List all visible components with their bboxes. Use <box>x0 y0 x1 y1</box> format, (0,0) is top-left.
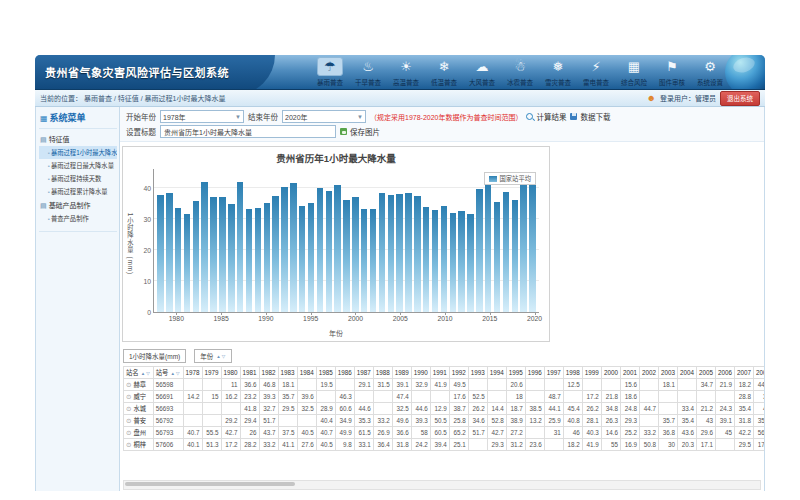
year-header-1978: 1978 <box>183 367 202 379</box>
nav-item-hail[interactable]: ☃冰雹普查 <box>501 57 539 87</box>
nav-item-risk[interactable]: ▦综合风险 <box>615 57 653 87</box>
row-select-icon[interactable]: ⊙ <box>126 405 131 412</box>
nav-item-wind[interactable]: ☁大风普查 <box>463 57 501 87</box>
leaf-icon: ▪ <box>48 150 50 156</box>
set-title-label: 设置标题 <box>126 126 156 137</box>
row-select-icon[interactable]: ⊙ <box>126 393 131 400</box>
row-select-icon[interactable]: ⊙ <box>126 441 131 448</box>
nav-item-settings[interactable]: ⚙系统设置 <box>691 57 729 87</box>
nav-item-hightemp[interactable]: ☀高温普查 <box>387 57 425 87</box>
nav-item-snow[interactable]: ❅雪灾普查 <box>539 57 577 87</box>
tree-group-特征值[interactable]: ▤特征值 <box>39 132 117 146</box>
value-cell-威宁-2001: 18.6 <box>620 391 639 403</box>
sidebar-item-暴雨过程累计降水量[interactable]: ▪暴雨过程累计降水量 <box>39 185 117 198</box>
value-cell-桐梓-1982: 33.2 <box>259 439 278 451</box>
chart-title-input[interactable]: 贵州省历年1小时最大降水量 <box>160 125 336 138</box>
sidebar-item-普查产品制作[interactable]: ▪普查产品制作 <box>39 212 117 225</box>
query-toolbar: 开始年份 1978年▼ 结束年份 2020年▼ （规定采用1978-2020年数… <box>120 107 764 142</box>
nav-item-lightning[interactable]: ⚡雷电普查 <box>577 57 615 87</box>
value-cell-盘州-1981: 26 <box>240 427 259 439</box>
station-name-cell: ⊙水城 <box>124 403 154 415</box>
value-cell-普安-1990: 39.3 <box>411 415 430 427</box>
tree-group-基础产品制作[interactable]: ▤基础产品制作 <box>39 198 117 212</box>
value-cell-威宁-1994 <box>487 391 506 403</box>
sort-arrows-icon: ▲▽ <box>216 354 226 359</box>
save-image-button[interactable]: 保存图片 <box>340 126 380 137</box>
nav-item-drought[interactable]: ♨干旱普查 <box>349 57 387 87</box>
value-cell-水城-2008: 47 <box>754 403 765 415</box>
value-cell-桐梓-1994: 29.3 <box>487 439 506 451</box>
value-cell-盘州-1992: 65.2 <box>449 427 468 439</box>
measure-filter[interactable]: 1小时降水量(mm) <box>123 349 186 363</box>
nav-item-mapaudit[interactable]: ⚑图件审核 <box>653 57 691 87</box>
end-year-label: 结束年份 <box>248 111 278 122</box>
value-cell-桐梓-2004: 20.3 <box>677 439 696 451</box>
value-cell-桐梓-1983: 41.1 <box>278 439 297 451</box>
sidebar-item-暴雨过程持续天数[interactable]: ▪暴雨过程持续天数 <box>39 172 117 185</box>
bar-1996 <box>317 188 323 312</box>
year-header-1995: 1995 <box>506 367 525 379</box>
chart-panel: 贵州省历年1小时最大降水量 1小时降水量 (mm) 01020304019801… <box>122 146 550 342</box>
bar-2014 <box>476 189 482 312</box>
year-sort-control[interactable]: 年份 ▲▽ <box>194 349 232 363</box>
tree-label: 特征值 <box>49 136 70 143</box>
bar-1988 <box>246 209 252 312</box>
bar-2016 <box>494 202 500 312</box>
value-cell-普安-1989: 49.6 <box>392 415 411 427</box>
bar-1992 <box>281 187 287 312</box>
value-cell-桐梓-2007: 29.5 <box>734 439 753 451</box>
data-table-container[interactable]: 站名 ▲▽站号 ▲▽197819791980198119821983198419… <box>123 366 764 478</box>
value-cell-水城-1992: 38.7 <box>449 403 468 415</box>
value-cell-威宁-1997: 48.7 <box>544 391 563 403</box>
start-year-label: 开始年份 <box>126 111 156 122</box>
row-select-icon[interactable]: ⊙ <box>126 429 131 436</box>
value-cell-盘州-1988: 26.9 <box>373 427 392 439</box>
nav-item-rainstorm[interactable]: ☂暴雨普查 <box>311 57 349 87</box>
calculate-button[interactable]: 计算结果 <box>526 111 566 122</box>
bar-1995 <box>308 203 314 312</box>
year-header-1998: 1998 <box>563 367 582 379</box>
nav-item-label: 低温普查 <box>425 77 463 87</box>
data-download-button[interactable]: 数据下载 <box>570 111 610 122</box>
value-cell-盘州-1979: 55.5 <box>202 427 221 439</box>
station-name-header[interactable]: 站名 ▲▽ <box>124 367 154 379</box>
chart-legend: 国家站平均 <box>484 172 536 185</box>
sidebar-item-暴雨过程日最大降水量[interactable]: ▪暴雨过程日最大降水量 <box>39 159 117 172</box>
value-cell-赫章-2003: 18.1 <box>658 379 677 391</box>
bar-2002 <box>370 209 376 312</box>
hail-icon: ☃ <box>507 57 533 76</box>
sidebar-item-暴雨过程1小时最大降水量[interactable]: ▪暴雨过程1小时最大降水量 <box>39 146 117 159</box>
bar-1998 <box>334 185 340 312</box>
bar-2003 <box>379 193 385 312</box>
value-cell-桐梓-1979: 51.3 <box>202 439 221 451</box>
value-cell-普安-1981: 29.4 <box>240 415 259 427</box>
person-icon: ☻ <box>647 94 656 103</box>
sub-bar: 当前的位置： 暴雨普查 / 特征值 / 暴雨过程1小时最大降水量 ☻ 登录用户：… <box>35 90 765 107</box>
value-cell-赫章-2005: 34.7 <box>696 379 715 391</box>
year-header-1999: 1999 <box>582 367 601 379</box>
value-cell-桐梓-2006 <box>715 439 734 451</box>
row-select-icon[interactable]: ⊙ <box>126 417 131 424</box>
folder-icon: ▤ <box>40 202 47 209</box>
scrollbar-thumb[interactable] <box>125 482 295 486</box>
end-year-select[interactable]: 2020年▼ <box>282 110 366 123</box>
logout-button[interactable]: 退出系统 <box>720 91 760 106</box>
station-id-header[interactable]: 站号 ▲▽ <box>153 367 183 379</box>
nav-item-label: 大风普查 <box>463 77 501 87</box>
value-cell-桐梓-1989: 31.8 <box>392 439 411 451</box>
value-cell-桐梓-1998: 18.2 <box>563 439 582 451</box>
bar-2020 <box>529 182 535 312</box>
header-label: 站名 <box>126 369 139 376</box>
value-cell-普安-2002 <box>639 415 658 427</box>
year-header-1985: 1985 <box>316 367 335 379</box>
value-cell-盘州-2002: 33.2 <box>639 427 658 439</box>
nav-item-lowtemp[interactable]: ❄低温普查 <box>425 57 463 87</box>
y-tick-label: 20 <box>136 246 151 253</box>
value-cell-桐梓-1997 <box>544 439 563 451</box>
start-year-select[interactable]: 1978年▼ <box>160 110 244 123</box>
value-cell-盘州-1989: 36.6 <box>392 427 411 439</box>
horizontal-scrollbar[interactable] <box>123 480 761 490</box>
bar-2009 <box>432 210 438 312</box>
row-select-icon[interactable]: ⊙ <box>126 381 131 388</box>
value-cell-水城-2004: 33.4 <box>677 403 696 415</box>
